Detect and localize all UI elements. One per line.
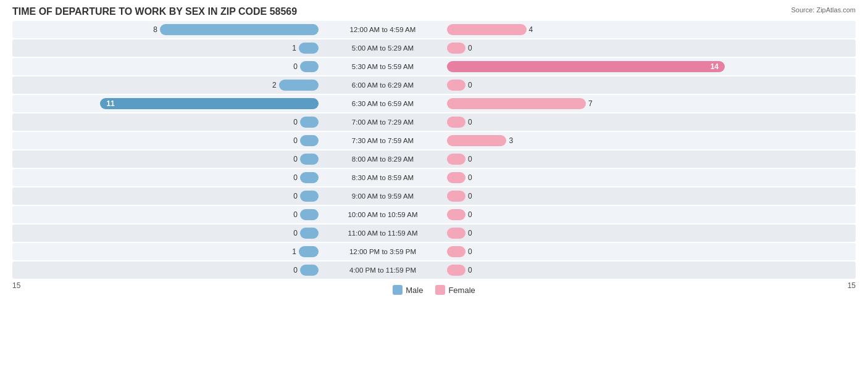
female-bar <box>447 191 465 202</box>
source-text: Source: ZipAtlas.com <box>791 6 856 14</box>
bar-row: 116:30 AM to 6:59 AM7 <box>12 95 856 112</box>
left-section: 0 <box>12 209 321 220</box>
bar-row: 07:00 AM to 7:29 AM0 <box>12 113 856 131</box>
female-value: 0 <box>468 266 472 274</box>
male-value: 1 <box>284 247 296 256</box>
right-section: 4 <box>444 24 856 35</box>
left-section: 0 <box>12 117 321 128</box>
male-value: 8 <box>145 25 157 34</box>
right-section: 0 <box>444 117 856 128</box>
male-bar <box>300 191 319 202</box>
male-value: 0 <box>285 62 298 71</box>
right-section: 7 <box>444 98 856 109</box>
male-bar <box>300 209 319 220</box>
left-section: 1 <box>12 246 321 257</box>
bar-row: 011:00 AM to 11:59 AM0 <box>12 225 856 242</box>
female-value: 4 <box>529 25 533 34</box>
time-label: 10:00 AM to 10:59 AM <box>321 211 444 218</box>
male-bar <box>300 61 319 72</box>
male-value: 0 <box>285 266 298 274</box>
female-bar <box>447 98 586 109</box>
male-bar <box>160 24 319 35</box>
time-label: 8:00 AM to 8:29 AM <box>321 155 444 163</box>
male-value: 0 <box>285 118 298 126</box>
bar-row: 010:00 AM to 10:59 AM0 <box>12 206 856 223</box>
bar-row: 08:30 AM to 8:59 AM0 <box>12 169 856 186</box>
left-section: 8 <box>12 24 321 35</box>
female-bar <box>447 265 465 276</box>
female-value: 7 <box>588 99 593 108</box>
male-bar <box>299 43 319 54</box>
time-label: 12:00 PM to 3:59 PM <box>321 248 444 255</box>
chart-container: TIME OF DEPARTURE TO WORK BY SEX IN ZIP … <box>0 0 868 367</box>
female-bar-value: 14 <box>711 61 719 72</box>
male-value: 0 <box>285 136 298 145</box>
right-section: 14 <box>444 61 856 72</box>
male-bar <box>300 265 319 276</box>
female-value: 0 <box>468 81 472 89</box>
male-bar <box>300 135 319 146</box>
left-section: 11 <box>12 98 321 109</box>
right-section: 0 <box>444 228 856 239</box>
female-bar <box>447 154 465 165</box>
male-bar <box>300 172 319 183</box>
bar-row: 112:00 PM to 3:59 PM0 <box>12 243 856 260</box>
female-value: 0 <box>468 229 472 237</box>
time-label: 9:00 AM to 9:59 AM <box>321 192 444 200</box>
left-section: 0 <box>12 135 321 146</box>
right-section: 0 <box>444 154 856 165</box>
female-value: 0 <box>468 192 472 200</box>
left-section: 0 <box>12 265 321 276</box>
right-section: 0 <box>444 246 856 257</box>
male-value: 0 <box>285 210 298 219</box>
right-section: 0 <box>444 80 856 91</box>
bar-row: 08:00 AM to 8:29 AM0 <box>12 151 856 168</box>
male-label: Male <box>406 286 423 295</box>
time-label: 11:00 AM to 11:59 AM <box>321 229 444 237</box>
right-section: 0 <box>444 265 856 276</box>
legend: Male Female <box>393 285 475 295</box>
time-label: 7:30 AM to 7:59 AM <box>321 137 444 144</box>
female-bar <box>447 209 465 220</box>
male-bar <box>279 80 319 91</box>
legend-male: Male <box>393 285 423 295</box>
time-label: 6:30 AM to 6:59 AM <box>321 100 444 107</box>
female-bar <box>447 80 465 91</box>
left-section: 0 <box>12 191 321 202</box>
left-section: 0 <box>12 172 321 183</box>
male-bar: 11 <box>100 98 319 109</box>
male-value: 0 <box>285 192 298 200</box>
left-section: 0 <box>12 228 321 239</box>
male-bar <box>300 117 319 128</box>
female-value: 0 <box>468 155 472 163</box>
bar-row: 15:00 AM to 5:29 AM0 <box>12 39 856 57</box>
right-section: 0 <box>444 209 856 220</box>
axis-left-label: 15 <box>12 281 20 295</box>
male-value: 2 <box>264 81 277 89</box>
male-swatch <box>393 285 403 295</box>
right-section: 0 <box>444 191 856 202</box>
male-bar <box>300 228 319 239</box>
female-bar <box>447 246 465 257</box>
male-bar <box>299 246 319 257</box>
time-label: 5:30 AM to 5:59 AM <box>321 63 444 70</box>
chart-title: TIME OF DEPARTURE TO WORK BY SEX IN ZIP … <box>12 6 856 17</box>
female-bar: 14 <box>447 61 725 72</box>
bar-row: 812:00 AM to 4:59 AM4 <box>12 21 856 38</box>
bar-row: 09:00 AM to 9:59 AM0 <box>12 188 856 205</box>
male-bar-value: 11 <box>100 98 319 109</box>
female-bar <box>447 43 465 54</box>
female-label: Female <box>448 286 475 295</box>
right-section: 0 <box>444 172 856 183</box>
time-label: 4:00 PM to 11:59 PM <box>321 266 444 274</box>
male-value: 0 <box>285 173 298 182</box>
male-value: 1 <box>284 44 296 52</box>
female-value: 0 <box>468 118 472 126</box>
left-section: 0 <box>12 61 321 72</box>
right-section: 3 <box>444 135 856 146</box>
time-label: 7:00 AM to 7:29 AM <box>321 118 444 126</box>
bar-row: 05:30 AM to 5:59 AM14 <box>12 58 856 75</box>
female-swatch <box>435 285 445 295</box>
time-label: 12:00 AM to 4:59 AM <box>321 26 444 33</box>
male-value: 0 <box>285 229 298 237</box>
